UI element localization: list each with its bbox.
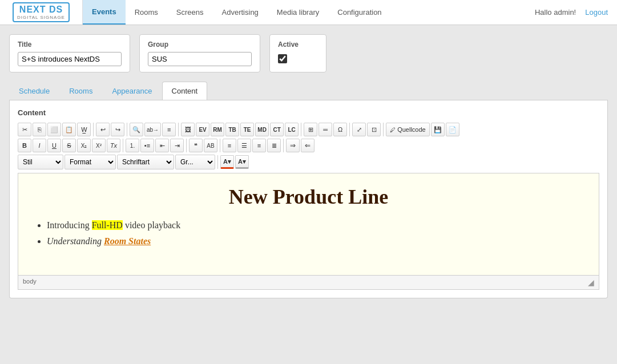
- tab-rooms[interactable]: Rooms: [59, 82, 102, 100]
- toolbar-row1: ✂ ⎘ ⬜ 📋 W̲ ↩ ↪ 🔍 ab→ ≡ 🖼 EV RM TB TE MD …: [18, 123, 599, 136]
- logo-text-sub: DIGITAL SIGNAGE: [17, 15, 65, 20]
- nav-right: Hallo admin! Logout: [535, 8, 617, 17]
- btn-ol[interactable]: 1.: [126, 139, 139, 152]
- list-item-1: Introducing Full-HD video playback: [47, 220, 582, 230]
- nav-item-medialibrary[interactable]: Media library: [268, 0, 328, 25]
- btn-newpage[interactable]: 📄: [446, 123, 459, 136]
- btn-save[interactable]: 💾: [431, 123, 445, 136]
- nav-item-advertising[interactable]: Advertising: [213, 0, 268, 25]
- btn-underline[interactable]: U: [47, 139, 61, 152]
- btn-paste-word[interactable]: W̲: [77, 123, 91, 136]
- btn-table[interactable]: ⊞: [304, 123, 317, 136]
- dropdown-stil[interactable]: Stil: [18, 155, 63, 169]
- logo-inner: NEXT DS DIGITAL SIGNAGE: [13, 2, 70, 22]
- status-bar: body ◢: [18, 276, 599, 290]
- btn-source[interactable]: 🖊 Quellcode: [386, 123, 430, 136]
- btn-justify[interactable]: ≣: [267, 139, 281, 152]
- btn-redo[interactable]: ↪: [111, 123, 124, 136]
- main-content: Title Group Active Schedule Rooms Appear…: [0, 25, 617, 308]
- btn-ev[interactable]: EV: [196, 123, 209, 136]
- btn-language[interactable]: AB: [204, 139, 217, 152]
- btn-selectall[interactable]: ≡: [162, 123, 176, 136]
- btn-hr[interactable]: ═: [318, 123, 332, 136]
- group-input[interactable]: [148, 52, 252, 66]
- btn-strikethrough[interactable]: S: [62, 139, 76, 152]
- list-item-2: Understanding Room States: [47, 236, 582, 246]
- btn-maximize[interactable]: ⤢: [352, 123, 366, 136]
- active-checkbox[interactable]: [278, 54, 287, 63]
- editor-label: Content: [18, 108, 599, 117]
- list-item-2-link[interactable]: Room States: [104, 236, 151, 246]
- title-input[interactable]: [18, 52, 122, 66]
- btn-tb[interactable]: TB: [225, 123, 239, 136]
- nav-item-configuration[interactable]: Configuration: [328, 0, 390, 25]
- btn-cut[interactable]: ✂: [18, 123, 31, 136]
- sep9: [220, 139, 220, 152]
- btn-te[interactable]: TE: [240, 123, 254, 136]
- editor-list: Introducing Full-HD video playback Under…: [35, 220, 582, 246]
- sep6: [383, 123, 384, 136]
- nav-item-screens[interactable]: Screens: [167, 0, 213, 25]
- btn-rm[interactable]: RM: [211, 123, 224, 136]
- editor-title: New Product Line: [35, 185, 582, 209]
- group-label: Group: [148, 41, 252, 48]
- list-item-2-italic: Understanding: [47, 236, 104, 246]
- tab-schedule[interactable]: Schedule: [9, 82, 59, 100]
- source-label: Quellcode: [397, 126, 426, 133]
- btn-ct[interactable]: CT: [270, 123, 284, 136]
- btn-alignleft[interactable]: ≡: [223, 139, 236, 152]
- btn-undo[interactable]: ↩: [96, 123, 110, 136]
- dropdown-format[interactable]: Format: [64, 155, 116, 169]
- tab-appearance[interactable]: Appearance: [102, 82, 162, 100]
- list-item-1-prefix: Introducing: [47, 220, 92, 230]
- btn-replace[interactable]: ab→: [144, 123, 161, 136]
- list-item-1-highlight: Full-HD: [92, 220, 123, 230]
- btn-aligncenter[interactable]: ☰: [237, 139, 251, 152]
- active-label: Active: [278, 41, 318, 48]
- group-field-box: Group: [139, 34, 260, 72]
- fields-row: Title Group Active: [9, 34, 608, 72]
- btn-paste-text[interactable]: 📋: [62, 123, 76, 136]
- btn-font-color[interactable]: A▾: [220, 155, 234, 169]
- nav-item-events[interactable]: Events: [83, 0, 126, 25]
- btn-md[interactable]: MD: [255, 123, 269, 136]
- btn-indent[interactable]: ⇥: [170, 139, 184, 152]
- logo: NEXT DS DIGITAL SIGNAGE: [0, 0, 83, 25]
- btn-showblocks[interactable]: ⊡: [367, 123, 381, 136]
- sep7: [123, 139, 123, 152]
- btn-find[interactable]: 🔍: [130, 123, 143, 136]
- dropdown-groesse[interactable]: Gr...: [175, 155, 215, 169]
- btn-image[interactable]: 🖼: [181, 123, 195, 136]
- btn-italic[interactable]: I: [33, 139, 46, 152]
- btn-bold[interactable]: B: [18, 139, 31, 152]
- list-item-1-suffix: video playback: [123, 220, 180, 230]
- logout-link[interactable]: Logout: [585, 8, 608, 17]
- editor-content-area[interactable]: New Product Line Introducing Full-HD vid…: [18, 173, 599, 276]
- btn-ul[interactable]: •≡: [140, 139, 154, 152]
- btn-subscript[interactable]: X₂: [77, 139, 91, 152]
- btn-bidi-rtl[interactable]: ⇐: [301, 139, 314, 152]
- status-text: body: [23, 278, 37, 287]
- sep5: [349, 123, 350, 136]
- sep10: [283, 139, 284, 152]
- btn-lc[interactable]: LC: [285, 123, 299, 136]
- btn-special[interactable]: Ω: [333, 123, 347, 136]
- btn-superscript[interactable]: X²: [92, 139, 106, 152]
- btn-bidi-ltr[interactable]: ⇒: [286, 139, 300, 152]
- btn-bg-color[interactable]: A▾: [235, 155, 249, 169]
- btn-alignright[interactable]: ≡: [252, 139, 266, 152]
- title-field-box: Title: [9, 34, 130, 72]
- toolbar-row3: Stil Format Schriftart Gr... A▾ A▾: [18, 155, 599, 169]
- btn-removeformat[interactable]: Tx: [107, 139, 120, 152]
- nav-item-rooms[interactable]: Rooms: [126, 0, 167, 25]
- resize-handle: ◢: [588, 278, 594, 287]
- btn-outdent[interactable]: ⇤: [155, 139, 169, 152]
- sep1: [93, 123, 94, 136]
- greeting-text: Hallo admin!: [535, 8, 576, 17]
- btn-blockquote[interactable]: ❝: [189, 139, 203, 152]
- navbar: NEXT DS DIGITAL SIGNAGE Events Rooms Scr…: [0, 0, 617, 25]
- tab-content[interactable]: Content: [162, 82, 208, 100]
- dropdown-schriftart[interactable]: Schriftart: [117, 155, 174, 169]
- btn-copy[interactable]: ⎘: [33, 123, 46, 136]
- btn-paste[interactable]: ⬜: [47, 123, 61, 136]
